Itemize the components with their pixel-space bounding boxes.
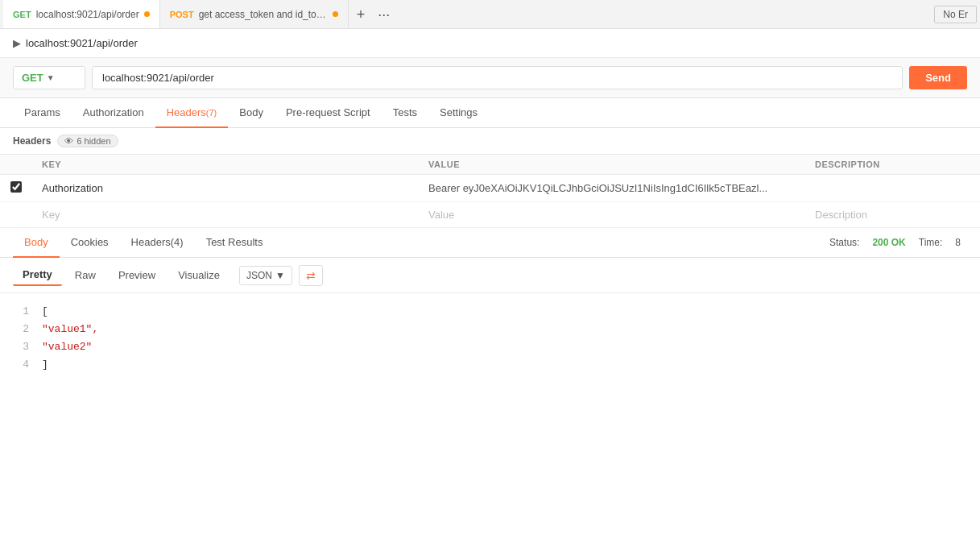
no-env-button[interactable]: No Er — [934, 6, 977, 23]
tab-dot-get — [144, 11, 150, 17]
status-label: Status: — [829, 237, 859, 248]
tab-bar-actions: + ··· — [352, 6, 395, 23]
resp-tab-cookies[interactable]: Cookies — [60, 228, 120, 258]
value-placeholder: Value — [428, 209, 454, 221]
code-line-1: 1 [ — [13, 303, 967, 321]
col-desc-header: DESCRIPTION — [805, 155, 980, 175]
tab-params[interactable]: Params — [13, 98, 72, 128]
line-code-4: ] — [42, 356, 48, 374]
line-code-3: "value2" — [42, 338, 92, 356]
format-arrow-icon: ▼ — [275, 270, 285, 281]
line-code-2: "value1", — [42, 321, 98, 338]
request-nav: Params Authorization Headers(7) Body Pre… — [0, 98, 980, 128]
row-checkbox[interactable] — [10, 181, 22, 193]
response-meta: Status: 200 OK Time: 8 — [829, 237, 967, 248]
send-button[interactable]: Send — [909, 66, 967, 89]
tab-tests[interactable]: Tests — [382, 98, 428, 128]
resp-headers-label: Headers — [131, 236, 171, 248]
key-placeholder: Key — [42, 209, 60, 221]
row-checkbox-cell — [0, 175, 32, 202]
post-method-label: POST — [170, 10, 194, 19]
code-line-4: 4 ] — [13, 356, 967, 374]
view-preview-button[interactable]: Preview — [109, 265, 165, 285]
line-num-2: 2 — [13, 321, 29, 338]
desc-placeholder: Description — [815, 209, 867, 221]
col-value-header: VALUE — [419, 155, 805, 175]
tab-authorization[interactable]: Authorization — [72, 98, 155, 128]
method-dropdown-arrow: ▼ — [47, 73, 55, 82]
add-tab-button[interactable]: + — [352, 6, 370, 23]
method-value: GET — [22, 72, 43, 84]
tab-get-order-name: localhost:9021/api/order — [36, 9, 139, 20]
line-num-3: 3 — [13, 338, 29, 356]
col-check-header — [0, 155, 32, 175]
breadcrumb: ▶ localhost:9021/api/order — [0, 29, 980, 58]
time-value: 8 — [955, 237, 961, 248]
tab-post-token[interactable]: POST get access_token and id_token — [160, 0, 349, 28]
empty-key-cell[interactable]: Key — [32, 202, 419, 228]
eye-icon: 👁 — [64, 136, 73, 146]
line-num-4: 4 — [13, 356, 29, 374]
row-description — [805, 175, 980, 202]
line-num-1: 1 — [13, 303, 29, 321]
url-input[interactable] — [92, 66, 903, 89]
view-pretty-button[interactable]: Pretty — [13, 264, 62, 286]
headers-section: Headers 👁 6 hidden KEY VALUE DESCRIPTION… — [0, 128, 980, 228]
line-code-1: [ — [42, 303, 48, 321]
method-select[interactable]: GET ▼ — [13, 66, 85, 89]
view-raw-button[interactable]: Raw — [65, 265, 105, 285]
response-tabs: Body Cookies Headers(4) Test Results Sta… — [0, 228, 980, 258]
tab-pre-request[interactable]: Pre-request Script — [275, 98, 382, 128]
resp-tab-test-results[interactable]: Test Results — [195, 228, 275, 258]
get-method-label: GET — [13, 10, 31, 19]
table-row: Authorization Bearer eyJ0eXAiOiJKV1QiLCJ… — [0, 175, 980, 202]
breadcrumb-path: localhost:9021/api/order — [26, 37, 138, 49]
code-line-3: 3 "value2" — [13, 338, 967, 356]
tab-settings[interactable]: Settings — [428, 98, 489, 128]
tab-dot-post — [333, 11, 338, 17]
headers-badge: (7) — [206, 108, 217, 118]
breadcrumb-arrow: ▶ — [13, 37, 21, 49]
resp-headers-badge: (4) — [171, 236, 184, 248]
headers-title-bar: Headers 👁 6 hidden — [0, 128, 980, 155]
col-key-header: KEY — [32, 155, 419, 175]
tab-body[interactable]: Body — [228, 98, 275, 128]
headers-table: KEY VALUE DESCRIPTION Authorization Bear… — [0, 155, 980, 228]
time-label: Time: — [919, 237, 943, 248]
headers-title: Headers — [13, 135, 51, 147]
response-body: 1 [ 2 "value1", 3 "value2" 4 ] — [0, 293, 980, 390]
hidden-count: 6 hidden — [76, 136, 110, 146]
tab-post-name: get access_token and id_token — [199, 9, 328, 20]
row-value: Bearer eyJ0eXAiOiJKV1QiLCJhbGciOiJSUzI1N… — [419, 175, 805, 202]
format-select[interactable]: JSON ▼ — [239, 266, 292, 285]
resp-tab-body[interactable]: Body — [13, 228, 60, 258]
response-controls: Pretty Raw Preview Visualize JSON ▼ ⇄ — [0, 258, 980, 293]
tab-headers-label: Headers — [167, 106, 206, 118]
url-bar: GET ▼ Send — [0, 58, 980, 98]
tab-get-order[interactable]: GET localhost:9021/api/order — [3, 0, 160, 28]
wrap-button[interactable]: ⇄ — [299, 265, 323, 286]
empty-row: Key Value Description — [0, 202, 980, 228]
empty-check-cell — [0, 202, 32, 228]
hidden-badge[interactable]: 👁 6 hidden — [57, 135, 118, 147]
tab-bar: GET localhost:9021/api/order POST get ac… — [0, 0, 980, 29]
status-value: 200 OK — [872, 237, 905, 248]
format-value: JSON — [246, 270, 272, 281]
empty-desc-cell[interactable]: Description — [805, 202, 980, 228]
view-visualize-button[interactable]: Visualize — [168, 265, 229, 285]
tab-headers[interactable]: Headers(7) — [155, 98, 229, 128]
response-tabs-left: Body Cookies Headers(4) Test Results — [13, 228, 274, 257]
code-line-2: 2 "value1", — [13, 321, 967, 338]
resp-tab-headers[interactable]: Headers(4) — [120, 228, 195, 258]
more-tabs-button[interactable]: ··· — [373, 6, 395, 23]
row-key: Authorization — [32, 175, 419, 202]
empty-value-cell[interactable]: Value — [419, 202, 805, 228]
